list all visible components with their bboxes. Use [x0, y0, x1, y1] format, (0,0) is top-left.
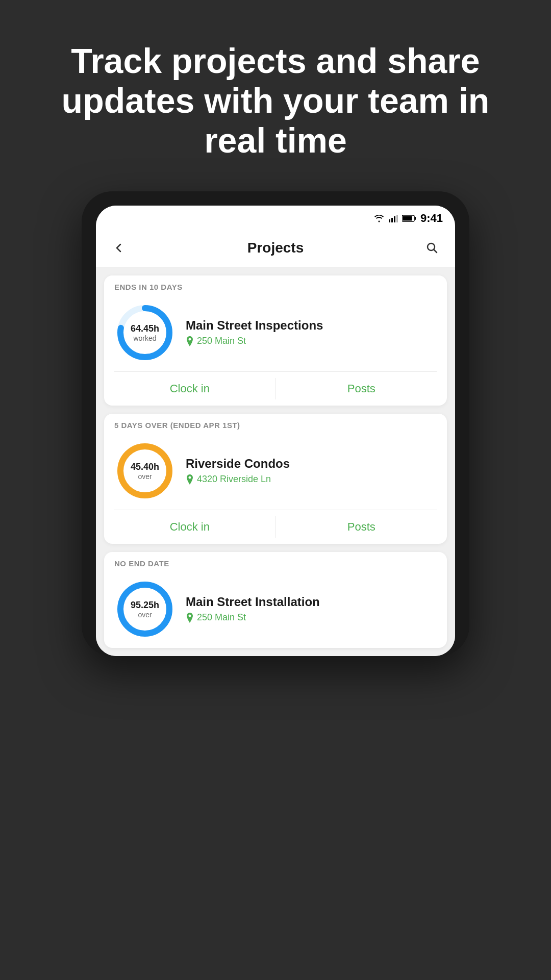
donut-chart-2: 45.40h over	[114, 440, 176, 501]
status-icons: 9:41	[373, 212, 443, 225]
donut-chart-1: 64.45h worked	[114, 302, 176, 363]
svg-rect-2	[394, 216, 395, 222]
card-header-1: ENDS IN 10 DAYS	[104, 275, 447, 296]
project-card-1: ENDS IN 10 DAYS 64.45h worked	[104, 275, 447, 406]
project-info-3: Main Street Installation 250 Main St	[186, 595, 437, 623]
posts-button-1[interactable]: Posts	[276, 372, 447, 406]
back-button[interactable]	[110, 239, 128, 257]
card-actions-2: Clock in Posts	[104, 510, 447, 544]
top-bar: Projects	[96, 231, 455, 267]
card-tag-1: ENDS IN 10 DAYS	[114, 283, 183, 291]
clock-in-button-2[interactable]: Clock in	[104, 510, 276, 544]
status-time: 9:41	[420, 212, 443, 225]
location-pin-icon-1	[186, 336, 194, 346]
donut-label-3: 95.25h over	[131, 599, 159, 618]
project-card-2: 5 DAYS OVER (ENDED APR 1ST) 45.40h over	[104, 414, 447, 544]
donut-label-2: 45.40h over	[131, 461, 159, 480]
svg-rect-1	[391, 218, 393, 222]
location-pin-icon-3	[186, 613, 194, 623]
signal-icon	[389, 214, 398, 222]
wifi-icon	[373, 214, 385, 222]
project-name-3: Main Street Installation	[186, 595, 437, 609]
project-address-3: 250 Main St	[186, 612, 437, 623]
posts-button-2[interactable]: Posts	[276, 510, 447, 544]
svg-rect-0	[389, 219, 390, 222]
phone-screen: 9:41 Projects ENDS IN 10	[96, 206, 455, 656]
clock-in-button-1[interactable]: Clock in	[104, 372, 276, 406]
card-tag-2: 5 DAYS OVER (ENDED APR 1ST)	[114, 421, 240, 430]
project-address-1: 250 Main St	[186, 336, 437, 346]
card-header-3: NO END DATE	[104, 552, 447, 572]
card-body-2: 45.40h over Riverside Condos 4320 Rivers…	[104, 434, 447, 510]
project-card-3: NO END DATE 95.25h over Mai	[104, 552, 447, 648]
card-actions-1: Clock in Posts	[104, 372, 447, 406]
card-body-3: 95.25h over Main Street Installation 250…	[104, 572, 447, 648]
project-name-1: Main Street Inspections	[186, 318, 437, 333]
battery-icon	[402, 215, 416, 222]
card-tag-3: NO END DATE	[114, 559, 169, 568]
donut-chart-3: 95.25h over	[114, 579, 176, 640]
svg-rect-5	[414, 217, 416, 220]
project-info-2: Riverside Condos 4320 Riverside Ln	[186, 457, 437, 485]
project-address-2: 4320 Riverside Ln	[186, 474, 437, 485]
page-title: Projects	[247, 240, 304, 256]
card-body-1: 64.45h worked Main Street Inspections 25…	[104, 296, 447, 371]
project-name-2: Riverside Condos	[186, 457, 437, 471]
status-bar: 9:41	[96, 206, 455, 231]
svg-rect-3	[396, 215, 398, 222]
card-header-2: 5 DAYS OVER (ENDED APR 1ST)	[104, 414, 447, 434]
svg-rect-6	[403, 216, 412, 220]
donut-label-1: 64.45h worked	[131, 323, 159, 342]
hero-title: Track projects and share updates with yo…	[0, 0, 551, 191]
location-pin-icon-2	[186, 474, 194, 485]
project-info-1: Main Street Inspections 250 Main St	[186, 318, 437, 346]
hero-section: Track projects and share updates with yo…	[0, 0, 551, 191]
content-area: ENDS IN 10 DAYS 64.45h worked	[96, 267, 455, 656]
phone-mockup: 9:41 Projects ENDS IN 10	[82, 191, 469, 656]
search-button[interactable]	[423, 239, 441, 257]
